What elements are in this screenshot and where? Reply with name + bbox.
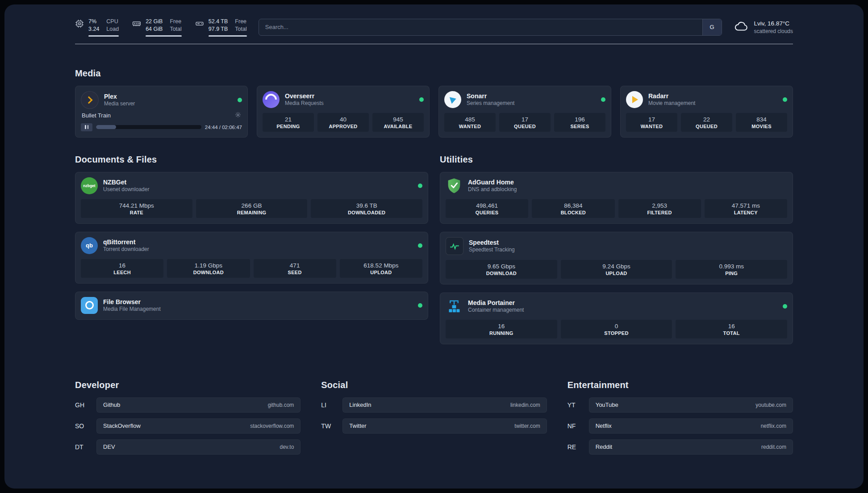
stat-label: LATENCY	[706, 210, 785, 215]
pause-button[interactable]	[81, 123, 92, 131]
bookmark-abbr: LI	[321, 401, 342, 409]
app-card-adguard[interactable]: AdGuard Home DNS and adblocking 498,461 …	[440, 172, 793, 224]
card-header: Speedtest Speedtest Tracking	[446, 237, 787, 255]
stat-tile: 40 APPROVED	[317, 113, 369, 132]
app-card-sonarr[interactable]: Sonarr Series management 485 WANTED 17 Q…	[438, 86, 611, 138]
bookmark-group-entertainment: Entertainment YT YouTube youtube.com NF …	[568, 380, 793, 460]
stats-row: 485 WANTED 17 QUEUED 196 SERIES	[444, 113, 605, 132]
portainer-icon	[446, 298, 463, 315]
bookmark-twitter[interactable]: TW Twitter twitter.com	[321, 418, 547, 434]
stat-tile: 86,384 BLOCKED	[532, 199, 614, 218]
app-card-overseerr[interactable]: Overseerr Media Requests 21 PENDING 40 A…	[257, 86, 430, 138]
app-description: Media server	[104, 100, 135, 108]
disk-icon	[195, 19, 204, 28]
search-input[interactable]	[259, 19, 702, 35]
app-card-filebrowser[interactable]: File Browser Media File Management	[75, 292, 428, 320]
bookmark-youtube[interactable]: YT YouTube youtube.com	[568, 397, 793, 413]
app-description: Speedtest Tracking	[469, 246, 515, 254]
bookmark-url: reddit.com	[761, 444, 786, 450]
stat-tile: 945 AVAILABLE	[372, 113, 424, 132]
status-dot	[601, 97, 605, 102]
bookmark-name: Twitter	[349, 422, 366, 429]
bookmark-linkedin[interactable]: LI LinkedIn linkedin.com	[321, 397, 547, 413]
stat-value: 17	[628, 116, 676, 123]
bookmark-github[interactable]: GH Github github.com	[75, 397, 300, 413]
bookmark-bar: Github github.com	[96, 397, 300, 413]
app-card-nzbget[interactable]: nzbget NZBGet Usenet downloader 744.21 M…	[75, 172, 428, 224]
search-bar: G	[259, 19, 722, 36]
player-progress-fill	[96, 125, 116, 129]
stats-row: 744.21 Mbps RATE 266 GB REMAINING 39.6 T…	[81, 199, 422, 218]
bookmark-name: YouTube	[596, 401, 618, 408]
app-card-plex[interactable]: Plex Media server Bullet Train	[75, 86, 248, 138]
filebrowser-icon	[81, 297, 98, 314]
bookmark-reddit[interactable]: RE Reddit reddit.com	[568, 439, 793, 455]
speedtest-icon	[446, 237, 463, 255]
app-card-portainer[interactable]: Media Portainer Container management 16 …	[440, 292, 793, 344]
card-header: nzbget NZBGet Usenet downloader	[81, 177, 422, 194]
gear-icon[interactable]	[235, 112, 241, 119]
app-name: qBittorrent	[103, 238, 149, 246]
stats-row: 498,461 QUERIES 86,384 BLOCKED 2,953 FIL…	[446, 199, 787, 218]
app-name: Overseerr	[285, 92, 324, 100]
cpu-load-value: 3.24	[88, 25, 99, 33]
stat-label: WANTED	[628, 124, 676, 129]
app-text: qBittorrent Torrent downloader	[103, 238, 149, 253]
player-progress-track[interactable]	[96, 125, 201, 129]
stat-value: 945	[374, 116, 422, 123]
bookmark-bar: Twitter twitter.com	[342, 418, 547, 434]
stat-label: QUERIES	[447, 210, 526, 215]
section-title-entertainment: Entertainment	[568, 380, 793, 390]
cpu-usage-label: CPU	[106, 18, 119, 25]
card-header: Sonarr Series management	[444, 91, 605, 108]
bookmark-dev[interactable]: DT DEV dev.to	[75, 439, 300, 455]
cpu-icon	[75, 19, 84, 28]
stat-tile: 196 SERIES	[554, 113, 605, 132]
app-card-radarr[interactable]: Radarr Movie management 17 WANTED 22 QUE…	[620, 86, 793, 138]
stat-label: RUNNING	[447, 330, 555, 336]
resource-widget-disk: 52.4 TB Free 97.9 TB Total	[195, 18, 247, 37]
bookmark-url: github.com	[268, 402, 294, 408]
stat-label: AVAILABLE	[374, 124, 422, 129]
search-provider-button[interactable]: G	[702, 19, 722, 35]
bookmark-abbr: DT	[75, 443, 96, 451]
stat-value: 86,384	[534, 202, 613, 209]
player-top-row: Bullet Train	[81, 111, 242, 123]
plex-icon	[81, 91, 99, 109]
cloud-icon	[734, 19, 749, 36]
qbittorrent-icon: qb	[81, 237, 98, 254]
cpu-meter	[88, 35, 119, 37]
app-card-qbittorrent[interactable]: qb qBittorrent Torrent downloader 16 LEE…	[75, 232, 428, 284]
disk-readout: 52.4 TB Free 97.9 TB Total	[209, 18, 247, 37]
weather-location: Lviv, 16.87°C	[754, 20, 793, 28]
stat-label: DOWNLOAD	[447, 271, 555, 276]
cpu-readout: 7% CPU 3.24 Load	[88, 18, 119, 37]
disk-total-label: Total	[235, 25, 246, 33]
app-text: Radarr Movie management	[648, 92, 695, 107]
bookmark-stackoverflow[interactable]: SO StackOverflow stackoverflow.com	[75, 418, 300, 434]
app-card-speedtest[interactable]: Speedtest Speedtest Tracking 9.65 Gbps D…	[440, 232, 793, 284]
topbar: 7% CPU 3.24 Load 22 GiB Free 6	[75, 18, 793, 37]
media-grid: Plex Media server Bullet Train	[75, 86, 793, 138]
stat-value: 266 GB	[198, 202, 306, 209]
bookmark-url: netflix.com	[761, 423, 786, 429]
stat-tile: 266 GB REMAINING	[196, 199, 308, 218]
bookmark-netflix[interactable]: NF Netflix netflix.com	[568, 418, 793, 434]
app-description: Movie management	[648, 100, 695, 107]
stat-value: 16	[677, 323, 785, 330]
status-dot	[418, 243, 422, 248]
status-dot	[783, 97, 787, 102]
weather-text: Lviv, 16.87°C scattered clouds	[754, 20, 793, 35]
middle-columns: Documents & Files nzbget NZBGet Usenet d…	[75, 155, 793, 352]
stat-label: APPROVED	[319, 124, 367, 129]
bookmark-abbr: NF	[568, 422, 589, 430]
stat-label: REMAINING	[198, 210, 306, 215]
bookmark-name: Github	[103, 401, 120, 408]
stat-label: PENDING	[264, 124, 312, 129]
stat-tile: 22 QUEUED	[681, 113, 732, 132]
stat-value: 498,461	[447, 202, 526, 209]
bookmark-url: dev.to	[280, 444, 294, 450]
stat-tile: 498,461 QUERIES	[446, 199, 528, 218]
adguard-icon	[446, 177, 463, 194]
bookmark-abbr: TW	[321, 422, 342, 430]
